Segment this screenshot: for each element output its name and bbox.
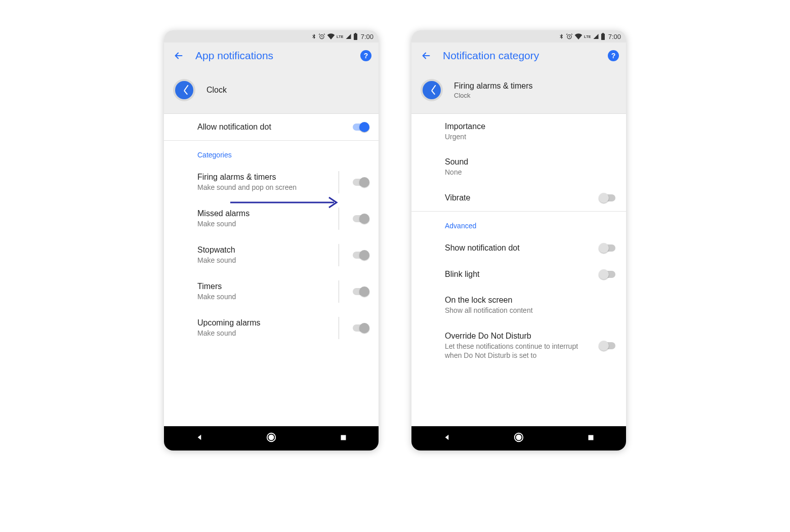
category-divider <box>339 171 339 193</box>
status-bar: LTE 7:00 <box>411 30 626 43</box>
category-title: Firing alarms & timers <box>197 173 330 182</box>
svg-point-10 <box>517 435 521 439</box>
sound-value: None <box>445 168 617 177</box>
vibrate-row[interactable]: Vibrate <box>411 185 626 212</box>
page-title: App notifications <box>195 50 360 62</box>
category-divider <box>339 280 339 303</box>
category-switch[interactable] <box>351 250 369 260</box>
channel-header-row: Firing alarms & timers Clock <box>411 69 626 113</box>
clock-app-icon <box>173 79 195 101</box>
navigation-bar <box>411 426 626 451</box>
sound-label: Sound <box>445 157 617 167</box>
category-switch[interactable] <box>351 177 369 187</box>
help-icon[interactable]: ? <box>360 50 371 61</box>
lock-screen-row[interactable]: On the lock screen Show all notification… <box>411 288 626 323</box>
dnd-label: Override Do Not Disturb <box>445 332 594 341</box>
battery-icon <box>601 33 605 40</box>
svg-rect-11 <box>589 435 594 440</box>
bluetooth-icon <box>558 33 564 40</box>
channel-name-label: Firing alarms & timers <box>454 81 533 91</box>
category-divider <box>339 317 339 339</box>
show-dot-switch[interactable] <box>599 243 617 253</box>
nav-home-icon[interactable] <box>266 432 277 445</box>
dnd-sub: Let these notifications continue to inte… <box>445 342 594 360</box>
lock-label: On the lock screen <box>445 296 617 305</box>
blink-light-row[interactable]: Blink light <box>411 261 626 288</box>
status-bar: LTE 7:00 <box>164 30 379 43</box>
category-sub: Make sound <box>197 256 330 265</box>
bluetooth-icon <box>311 33 317 40</box>
category-stopwatch[interactable]: Stopwatch Make sound <box>164 237 379 273</box>
clock-time: 7:00 <box>361 33 373 40</box>
dnd-switch[interactable] <box>599 341 617 351</box>
blink-label: Blink light <box>445 270 594 279</box>
category-title: Missed alarms <box>197 209 330 218</box>
alarm-icon <box>566 33 573 40</box>
category-sub: Make sound and pop on screen <box>197 183 330 192</box>
vibrate-label: Vibrate <box>445 193 594 202</box>
category-title: Timers <box>197 282 330 291</box>
category-divider <box>339 244 339 266</box>
help-icon[interactable]: ? <box>608 50 619 61</box>
category-sub: Make sound <box>197 329 330 338</box>
content-area: Allow notification dot Categories Firing… <box>164 114 379 426</box>
advanced-header: Advanced <box>411 212 626 235</box>
svg-rect-7 <box>601 33 605 40</box>
nav-home-icon[interactable] <box>513 432 524 445</box>
clock-app-icon <box>421 79 443 101</box>
lte-icon: LTE <box>337 35 344 38</box>
svg-rect-2 <box>355 33 356 34</box>
show-dot-row[interactable]: Show notification dot <box>411 235 626 261</box>
allow-notification-dot-row[interactable]: Allow notification dot <box>164 114 379 141</box>
category-upcoming-alarms[interactable]: Upcoming alarms Make sound <box>164 310 379 346</box>
category-switch[interactable] <box>351 323 369 333</box>
category-title: Stopwatch <box>197 245 330 255</box>
alarm-icon <box>318 33 325 40</box>
sound-row[interactable]: Sound None <box>411 149 626 185</box>
page-title: Notification category <box>443 50 608 62</box>
svg-point-4 <box>269 435 274 439</box>
svg-rect-5 <box>341 435 346 440</box>
category-title: Upcoming alarms <box>197 318 330 328</box>
nav-recent-icon[interactable] <box>340 434 347 443</box>
app-header-row: Clock <box>164 69 379 113</box>
category-timers[interactable]: Timers Make sound <box>164 273 379 310</box>
blink-switch[interactable] <box>599 269 617 279</box>
signal-icon <box>593 33 599 39</box>
app-name-label: Clock <box>206 86 227 95</box>
vibrate-switch[interactable] <box>599 193 617 203</box>
category-switch[interactable] <box>351 287 369 297</box>
content-area: Importance Urgent Sound None Vibrate Adv… <box>411 114 626 426</box>
back-button[interactable] <box>173 50 184 61</box>
nav-back-icon[interactable] <box>443 433 451 443</box>
svg-rect-1 <box>354 33 357 40</box>
svg-rect-8 <box>602 33 604 34</box>
allow-dot-label: Allow notification dot <box>197 122 346 132</box>
clock-time: 7:00 <box>608 33 621 40</box>
allow-dot-switch[interactable] <box>351 122 369 132</box>
back-button[interactable] <box>421 50 432 61</box>
category-sub: Make sound <box>197 292 330 301</box>
header: App notifications ? Clock <box>164 43 379 114</box>
channel-sub-label: Clock <box>454 92 533 99</box>
phone-notification-category: LTE 7:00 Notification category ? Firing … <box>411 30 626 451</box>
wifi-icon <box>574 33 583 39</box>
categories-header: Categories <box>164 141 379 164</box>
header: Notification category ? Firing alarms & … <box>411 43 626 114</box>
nav-back-icon[interactable] <box>195 433 203 443</box>
importance-value: Urgent <box>445 132 617 141</box>
category-divider <box>339 208 339 230</box>
override-dnd-row[interactable]: Override Do Not Disturb Let these notifi… <box>411 323 626 368</box>
importance-label: Importance <box>445 122 617 131</box>
nav-recent-icon[interactable] <box>587 434 595 443</box>
navigation-bar <box>164 426 379 451</box>
signal-icon <box>345 33 352 39</box>
importance-row[interactable]: Importance Urgent <box>411 114 626 149</box>
category-missed-alarms[interactable]: Missed alarms Make sound <box>164 200 379 237</box>
wifi-icon <box>327 33 335 39</box>
category-switch[interactable] <box>351 214 369 224</box>
category-firing-alarms[interactable]: Firing alarms & timers Make sound and po… <box>164 164 379 200</box>
phone-app-notifications: LTE 7:00 App notifications ? Clock <box>164 30 379 451</box>
category-sub: Make sound <box>197 219 330 228</box>
lock-value: Show all notification content <box>445 306 617 315</box>
